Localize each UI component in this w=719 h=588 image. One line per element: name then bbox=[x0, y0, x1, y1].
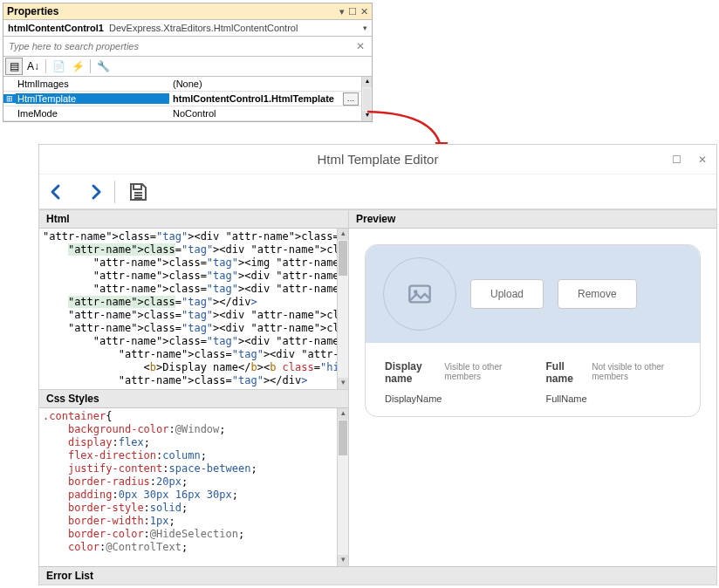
clear-search-icon[interactable]: ✕ bbox=[351, 40, 370, 52]
property-grid: HtmlImages (None) ⊞ HtmlTemplate htmlCon… bbox=[3, 77, 361, 121]
property-name: HtmlTemplate bbox=[16, 93, 169, 104]
field-value: FullName bbox=[546, 393, 681, 404]
preview-card: Upload Remove Display name Visible to ot… bbox=[365, 244, 701, 417]
maximize-icon[interactable]: ☐ bbox=[669, 154, 683, 166]
css-section-header: Css Styles bbox=[39, 390, 348, 408]
control-selector[interactable]: htmlContentControl1 DevExpress.XtraEdito… bbox=[3, 20, 372, 37]
events-icon[interactable]: ⚡ bbox=[69, 58, 86, 75]
html-section-header: Html bbox=[39, 210, 348, 229]
properties-toolbar: ▤ A↓ 📄 ⚡ 🔧 bbox=[3, 57, 372, 77]
property-row-selected[interactable]: ⊞ HtmlTemplate htmlContentControl1.HtmlT… bbox=[3, 92, 361, 106]
property-name: HtmlImages bbox=[16, 79, 169, 89]
dropdown-icon[interactable]: ▾ bbox=[339, 6, 345, 17]
field-value: DisplayName bbox=[385, 393, 520, 404]
properties-panel: Properties ▾ ☐ ✕ htmlContentControl1 Dev… bbox=[3, 3, 373, 122]
scroll-up-icon[interactable]: ▴ bbox=[362, 77, 372, 87]
scrollbar[interactable]: ▴ ▾ bbox=[361, 77, 372, 121]
scrollbar[interactable]: ▴▾ bbox=[337, 229, 348, 389]
scrollbar[interactable]: ▴▾ bbox=[337, 408, 348, 566]
wrench-icon[interactable]: 🔧 bbox=[94, 58, 112, 75]
preview-column: Preview Upload Remove Display name bbox=[349, 210, 716, 566]
avatar-placeholder bbox=[383, 257, 456, 331]
property-name: ImeMode bbox=[16, 108, 169, 119]
editor-title: Html Template Editor bbox=[318, 152, 439, 167]
properties-icon[interactable]: 📄 bbox=[50, 58, 67, 75]
alphabetical-icon[interactable]: A↓ bbox=[24, 58, 42, 75]
save-button[interactable] bbox=[126, 180, 150, 204]
close-icon[interactable]: ✕ bbox=[695, 154, 709, 166]
preview-section-header: Preview bbox=[349, 210, 716, 229]
property-value[interactable]: (None) bbox=[169, 79, 361, 89]
close-icon[interactable]: ✕ bbox=[360, 6, 368, 17]
field-hint: Not visible to other members bbox=[592, 362, 681, 381]
properties-header-buttons: ▾ ☐ ✕ bbox=[339, 6, 368, 17]
toolbar-divider bbox=[90, 59, 91, 73]
scroll-thumb[interactable] bbox=[363, 88, 371, 110]
toolbar-divider bbox=[114, 181, 115, 203]
html-template-editor: Html Template Editor ☐ ✕ Html "attr-name… bbox=[38, 144, 717, 585]
editor-toolbar bbox=[39, 174, 716, 209]
control-name: htmlContentControl1 bbox=[8, 23, 104, 33]
expand-icon[interactable]: ⊞ bbox=[3, 94, 16, 103]
avatar-section: Upload Remove bbox=[366, 245, 700, 343]
control-type: DevExpress.XtraEditors.HtmlContentContro… bbox=[109, 23, 363, 33]
scroll-down-icon[interactable]: ▾ bbox=[362, 111, 372, 121]
property-row[interactable]: ImeMode NoControl bbox=[3, 106, 361, 121]
upload-button[interactable]: Upload bbox=[470, 279, 544, 309]
editor-titlebar: Html Template Editor ☐ ✕ bbox=[39, 145, 716, 174]
maximize-icon[interactable]: ☐ bbox=[348, 6, 357, 17]
full-name-field: Full name Not visible to other members F… bbox=[546, 360, 681, 404]
field-hint: Visible to other members bbox=[444, 362, 519, 381]
field-label: Display name bbox=[385, 360, 437, 385]
property-value[interactable]: NoControl bbox=[169, 108, 361, 119]
css-code-area[interactable]: .container{ background-color:@Window; di… bbox=[39, 408, 337, 566]
toolbar-divider bbox=[45, 59, 46, 73]
chevron-down-icon[interactable]: ▾ bbox=[363, 24, 367, 32]
search-input[interactable] bbox=[5, 38, 351, 54]
property-value[interactable]: htmlContentControl1.HtmlTemplate bbox=[169, 93, 343, 104]
preview-pane: Upload Remove Display name Visible to ot… bbox=[349, 229, 716, 566]
display-name-field: Display name Visible to other members Di… bbox=[385, 360, 520, 404]
html-code-area[interactable]: "attr-name">class="tag"><div "attr-name"… bbox=[39, 229, 337, 389]
properties-title: Properties bbox=[7, 5, 339, 17]
image-icon bbox=[407, 282, 432, 306]
ellipsis-button[interactable]: … bbox=[343, 92, 359, 106]
remove-button[interactable]: Remove bbox=[558, 279, 637, 309]
property-search: ✕ bbox=[3, 37, 372, 57]
redo-button[interactable] bbox=[79, 180, 104, 204]
categorized-icon[interactable]: ▤ bbox=[5, 58, 23, 75]
property-row[interactable]: HtmlImages (None) bbox=[3, 77, 361, 92]
code-column: Html "attr-name">class="tag"><div "attr-… bbox=[39, 210, 349, 566]
error-list-header: Error List bbox=[39, 566, 716, 585]
field-label: Full name bbox=[546, 360, 585, 385]
svg-rect-0 bbox=[409, 286, 429, 303]
properties-header: Properties ▾ ☐ ✕ bbox=[3, 3, 372, 20]
undo-button[interactable] bbox=[48, 180, 72, 204]
